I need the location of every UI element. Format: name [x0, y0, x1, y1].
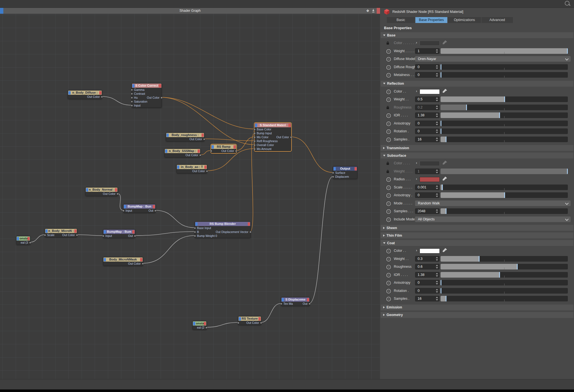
input-port[interactable] — [254, 128, 256, 130]
spinner-icon[interactable] — [436, 273, 438, 277]
node-title[interactable]: n_Body_Diffuse : — [68, 91, 102, 95]
section-header-thin-film[interactable]: Thin Film — [381, 232, 573, 238]
output-port[interactable] — [235, 150, 237, 152]
node-body-micron[interactable]: n_Body_MicroN :ScaleOut Color — [45, 229, 77, 237]
eyedropper-icon[interactable] — [442, 176, 447, 181]
dropdown-base-diffuse-model[interactable]: Oren-Nayar — [415, 56, 571, 62]
animation-dot-icon[interactable] — [386, 265, 391, 269]
input-port[interactable] — [332, 176, 334, 178]
spinner-icon[interactable] — [436, 105, 438, 109]
section-header-subsurface[interactable]: Subsurface — [381, 153, 573, 158]
spinner-icon[interactable] — [436, 73, 438, 77]
move-icon[interactable]: ❖ — [366, 8, 369, 14]
wire-orange[interactable] — [200, 151, 211, 155]
value-slider[interactable] — [441, 64, 568, 70]
section-header-emission[interactable]: Emission — [381, 305, 573, 310]
node-output[interactable]: OutputSurfaceDisplacem — [333, 166, 357, 179]
input-port[interactable] — [254, 140, 256, 142]
node-title[interactable]: onsta — [17, 236, 30, 241]
animation-dot-icon[interactable] — [386, 193, 391, 198]
node-rs-displacement[interactable]: S DisplacemeTex MaOut — [281, 297, 310, 306]
animation-dot-icon[interactable] — [386, 49, 391, 54]
wire-gray[interactable] — [77, 235, 103, 236]
slider-handle[interactable] — [567, 48, 568, 54]
node-title[interactable]: Output — [333, 167, 357, 171]
value-slider[interactable] — [441, 137, 568, 142]
value-field[interactable]: 0 — [415, 64, 439, 70]
color-swatch[interactable] — [420, 248, 440, 253]
input-port[interactable] — [131, 101, 133, 103]
color-swatch[interactable] — [420, 161, 440, 166]
value-slider[interactable] — [441, 121, 568, 126]
animation-dot-icon[interactable] — [386, 97, 391, 102]
section-header-reflection[interactable]: Reflection — [381, 81, 573, 87]
input-port[interactable] — [254, 144, 256, 146]
node-title[interactable]: in_Body_ao : T — [177, 165, 207, 169]
value-slider[interactable] — [441, 256, 568, 262]
animation-dot-icon[interactable] — [386, 217, 391, 222]
node-body-ao[interactable]: in_Body_ao : TOut Color — [177, 165, 207, 173]
node-title[interactable]: BumpMap : Bum — [103, 230, 135, 234]
value-slider[interactable] — [441, 280, 568, 285]
spinner-icon[interactable] — [436, 129, 438, 133]
tab-advanced[interactable]: Advanced — [482, 17, 513, 23]
expand-chevron-icon[interactable]: › — [416, 89, 417, 93]
slider-handle[interactable] — [504, 96, 505, 102]
tab-base-properties[interactable]: Base Properties — [415, 17, 447, 23]
value-slider[interactable] — [441, 264, 568, 269]
value-field[interactable]: 0 — [415, 280, 439, 285]
node-rs-ramp[interactable]: RS RampOut Color — [211, 144, 236, 153]
node-body-normal[interactable]: n_Body_Normal :Out Color — [85, 187, 118, 196]
expand-chevron-icon[interactable]: › — [416, 161, 417, 165]
input-port[interactable] — [194, 235, 196, 237]
eyedropper-icon[interactable] — [442, 89, 447, 94]
output-port[interactable] — [199, 154, 201, 156]
slider-handle[interactable] — [441, 121, 441, 126]
spinner-icon[interactable] — [436, 257, 438, 261]
value-field[interactable]: 0.3 — [415, 256, 439, 262]
node-constant-2[interactable]: onstaeal (2 — [193, 321, 207, 330]
animation-dot-icon[interactable] — [386, 281, 391, 285]
wire-gray[interactable] — [142, 236, 195, 263]
node-bumpmap-2[interactable]: BumpMap : BumInputOut — [103, 229, 135, 238]
node-title[interactable]: RS Bump Blender — [195, 222, 250, 226]
output-port[interactable] — [76, 234, 78, 236]
input-port[interactable] — [131, 89, 133, 91]
value-slider[interactable] — [441, 288, 568, 294]
output-port[interactable] — [205, 327, 207, 329]
value-slider[interactable] — [441, 272, 568, 278]
node-title[interactable]: S Displaceme — [281, 298, 309, 302]
animation-dot-icon[interactable] — [386, 129, 391, 134]
expand-chevron-icon[interactable]: › — [416, 40, 417, 45]
slider-handle[interactable] — [446, 296, 446, 301]
node-title[interactable]: n_Body_SSSMap : — [165, 149, 200, 153]
node-title[interactable]: onsta — [193, 321, 206, 326]
output-port[interactable] — [260, 322, 262, 324]
output-port[interactable] — [309, 303, 311, 305]
slider-handle[interactable] — [441, 72, 441, 78]
wire-orange[interactable] — [291, 137, 333, 172]
input-port[interactable] — [44, 234, 46, 236]
value-slider[interactable] — [441, 169, 568, 174]
section-header-base[interactable]: Base — [381, 32, 573, 38]
animation-dot-icon[interactable] — [386, 249, 391, 253]
slider-handle[interactable] — [517, 264, 518, 269]
node-constant-3[interactable]: onstaeal (3 — [16, 236, 30, 245]
animation-dot-icon[interactable] — [386, 89, 391, 94]
value-field[interactable]: 1 — [415, 48, 439, 54]
node-body-diffuse[interactable]: n_Body_Diffuse :Out Color — [68, 90, 102, 99]
output-port[interactable] — [101, 96, 103, 98]
wire-orange[interactable] — [204, 139, 254, 141]
slider-handle[interactable] — [441, 288, 441, 294]
animation-dot-icon[interactable] — [386, 185, 391, 190]
shader-graph-titlebar[interactable]: Shader Graph ❖ — [0, 8, 380, 14]
wire-gray[interactable] — [30, 235, 45, 242]
node-body-roughness[interactable]: Body_roughness :Out Color — [166, 133, 204, 141]
slider-handle[interactable] — [499, 112, 500, 118]
node-body-sssmap[interactable]: n_Body_SSSMap :Out Color — [165, 149, 200, 157]
node-title[interactable]: Body_roughness : — [166, 133, 204, 137]
color-swatch[interactable] — [420, 177, 440, 182]
value-field[interactable]: 16 — [415, 137, 439, 142]
output-port[interactable] — [142, 263, 144, 265]
spinner-icon[interactable] — [436, 97, 438, 101]
